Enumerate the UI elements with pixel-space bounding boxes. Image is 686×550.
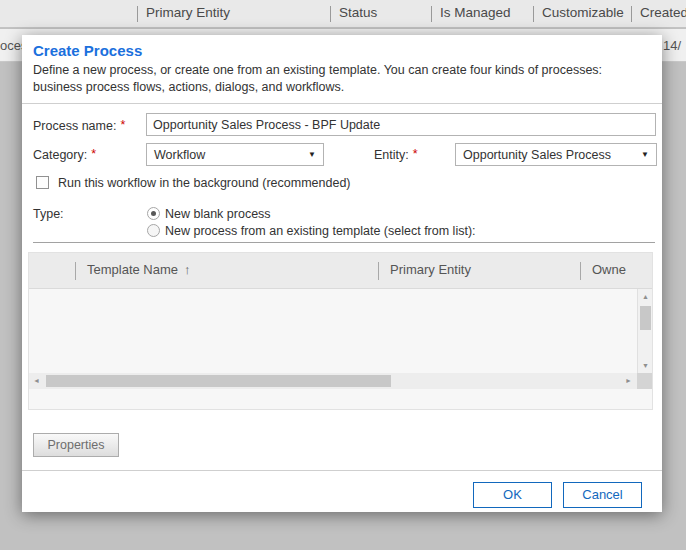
column-label: Primary Entity [390, 262, 471, 277]
column-separator [631, 6, 632, 22]
column-separator [580, 262, 581, 280]
divider [22, 470, 662, 471]
column-separator [378, 262, 379, 280]
template-grid: Template Name↑ Primary Entity Owne ▲ ▼ ◄… [28, 252, 653, 410]
category-label: Category:* [33, 148, 96, 162]
process-name-input[interactable] [146, 113, 656, 136]
required-asterisk: * [413, 147, 418, 161]
scrollbar-corner [637, 373, 652, 389]
sort-ascending-icon: ↑ [184, 262, 191, 277]
horizontal-scrollbar[interactable]: ◄ ► [29, 373, 637, 389]
column-separator [137, 6, 138, 22]
required-asterisk: * [91, 147, 96, 161]
vertical-scrollbar[interactable]: ▲ ▼ [637, 289, 652, 373]
cancel-button[interactable]: Cancel [563, 482, 642, 508]
required-asterisk: * [120, 118, 125, 132]
ok-button[interactable]: OK [473, 482, 552, 508]
column-separator [330, 6, 331, 22]
run-background-checkbox[interactable] [36, 176, 49, 189]
divider [22, 103, 662, 104]
properties-button[interactable]: Properties [33, 433, 119, 457]
scroll-down-icon[interactable]: ▼ [640, 362, 651, 369]
column-label: Primary Entity [146, 5, 230, 20]
category-selected-value: Workflow [154, 148, 205, 162]
entity-label: Entity:* [374, 148, 418, 162]
type-label: Type: [33, 207, 64, 221]
scroll-right-icon[interactable]: ► [625, 377, 632, 384]
column-label: Template Name [87, 262, 178, 277]
entity-selected-value: Opportunity Sales Process [463, 148, 611, 162]
new-from-template-radio[interactable] [147, 224, 160, 237]
horizontal-scroll-thumb[interactable] [46, 375, 391, 387]
dialog-title: Create Process [33, 42, 142, 59]
divider [33, 242, 655, 243]
dialog-description: Define a new process, or create one from… [33, 62, 653, 96]
entity-select[interactable]: Opportunity Sales Process ▼ [455, 143, 657, 166]
new-from-template-label: New process from an existing template (s… [165, 224, 476, 238]
column-separator [533, 6, 534, 22]
vertical-scroll-thumb[interactable] [640, 306, 651, 330]
column-separator [75, 262, 76, 280]
column-label: Owne [592, 262, 626, 277]
column-label: Status [339, 5, 377, 20]
process-name-label: Process name:* [33, 119, 125, 133]
dropdown-arrow-icon: ▼ [641, 150, 649, 159]
column-label: Customizable [542, 5, 624, 20]
column-label: Created [640, 5, 686, 20]
create-process-dialog: Create Process Define a new process, or … [22, 35, 662, 512]
column-label: Is Managed [440, 5, 511, 20]
scroll-left-icon[interactable]: ◄ [33, 377, 40, 384]
scroll-up-icon[interactable]: ▲ [640, 293, 651, 300]
column-separator [431, 6, 432, 22]
template-grid-body [29, 289, 637, 373]
dropdown-arrow-icon: ▼ [308, 150, 316, 159]
template-grid-header: Template Name↑ Primary Entity Owne [29, 253, 652, 289]
run-background-label: Run this workflow in the background (rec… [58, 176, 351, 190]
new-blank-process-radio[interactable] [147, 207, 160, 220]
new-blank-process-label: New blank process [165, 207, 271, 221]
category-select[interactable]: Workflow ▼ [146, 143, 324, 166]
background-grid-header: Primary Entity Status Is Managed Customi… [0, 0, 686, 28]
background-row-date: 14/ [663, 38, 681, 53]
